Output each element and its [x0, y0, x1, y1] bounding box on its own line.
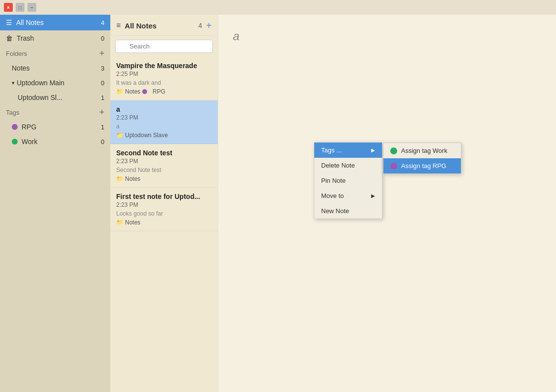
- main-layout: ☰ All Notes 4 🗑 Trash 0 Folders + Notes …: [0, 15, 556, 392]
- context-menu-new[interactable]: New Note: [314, 203, 382, 219]
- uptodown-main-label: Uptodown Main: [17, 79, 64, 87]
- trash-count: 0: [101, 35, 104, 42]
- note-title-first: First test note for Uptod...: [116, 193, 212, 200]
- context-menu: Tags ... ▶ Assign tag Work Assign tag RP…: [314, 142, 382, 219]
- note-folder-vampire: 📁 Notes: [116, 88, 140, 95]
- note-meta-vampire: 📁 Notes RPG: [116, 88, 212, 95]
- note-time-vampire: 2:25 PM: [116, 71, 212, 77]
- note-preview-first: Looks good so far: [116, 210, 212, 217]
- maximize-button[interactable]: □: [16, 3, 25, 12]
- note-folder-label-a: Uptodown Slave: [125, 132, 168, 139]
- sidebar: ☰ All Notes 4 🗑 Trash 0 Folders + Notes …: [0, 15, 110, 392]
- note-meta-second: 📁 Notes: [116, 175, 212, 182]
- note-preview-vampire: It was a dark and: [116, 79, 212, 86]
- sidebar-item-notes[interactable]: Notes 3: [0, 61, 110, 75]
- notes-folder-label: Notes: [12, 64, 30, 72]
- arrow-right-move-icon: ▶: [371, 193, 375, 198]
- note-folder-second: 📁 Notes: [116, 175, 140, 182]
- sidebar-item-uptodown-slave[interactable]: Uptodown Sl... 1: [0, 90, 110, 105]
- work-submenu-dot: [390, 147, 397, 154]
- folders-add-button[interactable]: +: [99, 49, 104, 58]
- sidebar-item-tag-work[interactable]: Work 0: [0, 134, 110, 149]
- tag-dot-rpg: [142, 89, 147, 94]
- note-preview-a: a: [116, 123, 212, 130]
- new-label: New Note: [321, 207, 349, 215]
- tags-label: Tags: [6, 109, 19, 116]
- context-menu-tags[interactable]: Tags ... ▶ Assign tag Work Assign tag RP…: [314, 143, 382, 158]
- note-folder-first: 📁 Notes: [116, 219, 140, 226]
- work-tag-label: Work: [22, 138, 37, 146]
- notes-list-title: All Notes: [125, 22, 198, 30]
- folder-icon-first: 📁: [116, 219, 124, 226]
- notes-list-panel: ≡ All Notes 4 + 🔍 Vampire the Masquerade…: [110, 15, 218, 392]
- search-bar: 🔍: [110, 36, 218, 57]
- rpg-tag-label: RPG: [22, 123, 36, 131]
- tags-section-header: Tags +: [0, 105, 110, 120]
- rpg-dot: [12, 124, 18, 130]
- note-tag-label-vampire: RPG: [152, 88, 165, 95]
- close-button[interactable]: ×: [4, 3, 13, 12]
- pin-label: Pin Note: [321, 177, 346, 184]
- search-input[interactable]: [115, 40, 213, 53]
- rpg-tag-count: 1: [101, 123, 104, 131]
- note-title-second: Second Note test: [116, 149, 212, 157]
- all-notes-icon: ☰: [6, 19, 12, 26]
- folder-icon: 📁: [116, 88, 124, 95]
- notes-list-header: ≡ All Notes 4 +: [110, 15, 218, 36]
- trash-label: Trash: [17, 34, 34, 42]
- note-tag-vampire: RPG: [142, 88, 165, 95]
- note-time-first: 2:23 PM: [116, 201, 212, 208]
- note-folder-label-first: Notes: [125, 219, 140, 226]
- sidebar-item-all-notes[interactable]: ☰ All Notes 4: [0, 15, 110, 30]
- context-menu-pin[interactable]: Pin Note: [314, 173, 382, 188]
- note-meta-a: 📁 Uptodown Slave: [116, 132, 212, 139]
- tags-add-button[interactable]: +: [99, 108, 104, 117]
- note-time-a: 2:23 PM: [116, 114, 212, 121]
- content-area: a Tags ... ▶ Assign tag Work Assign tag …: [218, 15, 556, 392]
- sidebar-item-tag-rpg[interactable]: RPG 1: [0, 120, 110, 134]
- uptodown-slave-count: 1: [101, 94, 104, 101]
- note-item-second[interactable]: Second Note test 2:23 PM Second Note tes…: [110, 144, 218, 188]
- note-meta-first: 📁 Notes: [116, 219, 212, 226]
- sidebar-item-uptodown-main[interactable]: ▾ Uptodown Main 0: [0, 75, 110, 90]
- note-preview-second: Second Note test: [116, 167, 212, 173]
- notes-add-button[interactable]: +: [206, 21, 212, 30]
- context-tags-label: Tags ...: [321, 147, 342, 154]
- context-menu-move[interactable]: Move to ▶: [314, 188, 382, 203]
- note-title-a: a: [116, 105, 212, 113]
- minimize-button[interactable]: −: [27, 3, 36, 12]
- note-item-a[interactable]: a 2:23 PM a 📁 Uptodown Slave: [110, 100, 218, 144]
- move-label: Move to: [321, 192, 344, 199]
- note-folder-a: 📁 Uptodown Slave: [116, 132, 168, 139]
- content-placeholder: a: [233, 29, 239, 43]
- note-item-first[interactable]: First test note for Uptod... 2:23 PM Loo…: [110, 188, 218, 231]
- titlebar: × □ −: [0, 0, 556, 15]
- notes-list-count: 4: [199, 22, 202, 29]
- submenu-assign-work[interactable]: Assign tag Work: [383, 143, 461, 158]
- note-folder-label-second: Notes: [125, 175, 140, 182]
- rpg-submenu-dot: [390, 163, 397, 170]
- assign-rpg-label: Assign tag RPG: [401, 162, 447, 170]
- note-folder-label: Notes: [125, 88, 140, 95]
- folders-section-header: Folders +: [0, 46, 110, 61]
- folder-icon-a: 📁: [116, 132, 124, 139]
- uptodown-main-count: 0: [101, 79, 104, 87]
- chevron-icon: ▾: [12, 80, 15, 86]
- assign-work-label: Assign tag Work: [401, 147, 447, 154]
- work-dot: [12, 139, 18, 145]
- context-menu-delete[interactable]: Delete Note: [314, 158, 382, 173]
- notes-folder-count: 3: [101, 65, 104, 72]
- all-notes-count: 4: [101, 19, 104, 26]
- note-item-vampire[interactable]: Vampire the Masquerade 2:25 PM It was a …: [110, 57, 218, 100]
- note-title-vampire: Vampire the Masquerade: [116, 62, 212, 70]
- uptodown-slave-label: Uptodown Sl...: [18, 94, 62, 101]
- folder-icon-second: 📁: [116, 175, 124, 182]
- submenu-assign-rpg[interactable]: Assign tag RPG: [383, 158, 461, 173]
- trash-icon: 🗑: [6, 34, 13, 42]
- search-wrapper: 🔍: [115, 40, 213, 53]
- work-tag-count: 0: [101, 138, 104, 146]
- note-time-second: 2:23 PM: [116, 158, 212, 165]
- arrow-right-icon: ▶: [371, 147, 375, 153]
- sidebar-item-trash[interactable]: 🗑 Trash 0: [0, 30, 110, 46]
- notes-list-icon: ≡: [116, 21, 121, 30]
